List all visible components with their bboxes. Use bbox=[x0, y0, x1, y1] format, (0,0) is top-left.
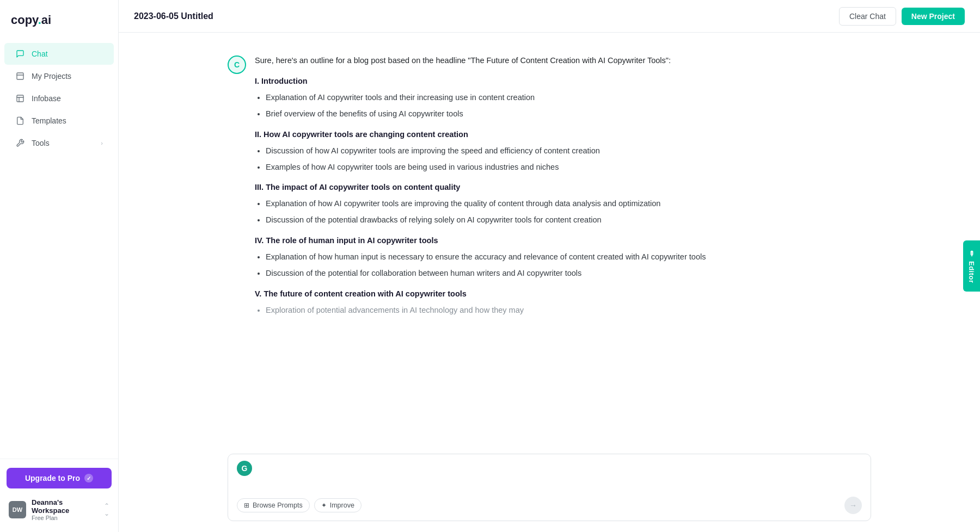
input-box: G ⊞ Browse Prompts ✦ Improve → bbox=[228, 454, 871, 521]
infobase-icon bbox=[15, 94, 25, 103]
sidebar-item-templates[interactable]: Templates bbox=[4, 110, 114, 132]
avatar: DW bbox=[9, 501, 26, 518]
project-title: 2023-06-05 Untitled bbox=[134, 11, 213, 21]
svg-rect-0 bbox=[17, 73, 23, 79]
ai-avatar: C bbox=[228, 55, 246, 74]
section-5-bullets: Exploration of potential advancements in… bbox=[255, 304, 871, 317]
sidebar-item-tools[interactable]: Tools › bbox=[4, 132, 114, 154]
clear-chat-button[interactable]: Clear Chat bbox=[839, 7, 896, 26]
list-item: Explanation of how AI copywriter tools a… bbox=[266, 197, 871, 211]
svg-rect-2 bbox=[17, 95, 23, 102]
input-area: G ⊞ Browse Prompts ✦ Improve → bbox=[119, 446, 980, 532]
chat-area: C Sure, here's an outline for a blog pos… bbox=[119, 33, 980, 446]
sidebar-item-label: Infobase bbox=[32, 94, 61, 103]
chevron-right-icon: › bbox=[101, 140, 103, 146]
sidebar-item-my-projects[interactable]: My Projects bbox=[4, 65, 114, 87]
user-details: Deanna's Workspace Free Plan bbox=[32, 498, 99, 521]
app-logo: copy.ai bbox=[11, 13, 51, 27]
section-heading-3: III. The impact of AI copywriter tools o… bbox=[255, 181, 871, 194]
sidebar-item-chat[interactable]: Chat bbox=[4, 43, 114, 65]
upgrade-button[interactable]: Upgrade to Pro ✓ bbox=[7, 468, 112, 488]
improve-label: Improve bbox=[330, 502, 354, 509]
pencil-icon: ✏ bbox=[967, 249, 976, 257]
user-plan: Free Plan bbox=[32, 515, 99, 521]
sidebar-item-infobase[interactable]: Infobase bbox=[4, 88, 114, 109]
templates-icon bbox=[15, 116, 25, 126]
ai-message: C Sure, here's an outline for a blog pos… bbox=[228, 54, 871, 323]
list-item: Brief overview of the benefits of using … bbox=[266, 108, 871, 121]
browse-prompts-button[interactable]: ⊞ Browse Prompts bbox=[237, 498, 310, 512]
input-top: G bbox=[237, 461, 862, 476]
chat-input[interactable] bbox=[237, 481, 862, 494]
section-heading-5: V. The future of content creation with A… bbox=[255, 288, 871, 301]
logo-area: copy.ai bbox=[0, 0, 118, 38]
browse-prompts-label: Browse Prompts bbox=[253, 502, 303, 509]
topbar: 2023-06-05 Untitled Clear Chat New Proje… bbox=[119, 0, 980, 33]
editor-tab[interactable]: ✏ Editor bbox=[963, 240, 980, 292]
grid-icon: ⊞ bbox=[244, 502, 249, 509]
list-item: Discussion of the potential for collabor… bbox=[266, 267, 871, 280]
message-content: Sure, here's an outline for a blog post … bbox=[255, 54, 871, 323]
sidebar-bottom: Upgrade to Pro ✓ DW Deanna's Workspace F… bbox=[0, 459, 118, 532]
sidebar-nav: Chat My Projects Infobase Templates Tool… bbox=[0, 38, 118, 459]
section-1-bullets: Explanation of AI copywriter tools and t… bbox=[255, 91, 871, 121]
user-name: Deanna's Workspace bbox=[32, 498, 99, 515]
topbar-actions: Clear Chat New Project bbox=[839, 7, 965, 26]
check-icon: ✓ bbox=[84, 474, 93, 482]
list-item: Explanation of AI copywriter tools and t… bbox=[266, 91, 871, 104]
sidebar-item-label: Chat bbox=[32, 50, 48, 58]
tools-icon bbox=[15, 138, 25, 148]
chat-icon bbox=[15, 49, 25, 59]
chevron-up-down-icon: ⌃⌄ bbox=[104, 502, 109, 517]
list-item: Discussion of how AI copywriter tools ar… bbox=[266, 145, 871, 158]
section-heading-4: IV. The role of human input in AI copywr… bbox=[255, 234, 871, 248]
send-icon: → bbox=[849, 501, 857, 510]
user-info[interactable]: DW Deanna's Workspace Free Plan ⌃⌄ bbox=[7, 496, 112, 523]
projects-icon bbox=[15, 71, 25, 81]
main-content: 2023-06-05 Untitled Clear Chat New Proje… bbox=[119, 0, 980, 532]
logo-ai: ai bbox=[41, 13, 51, 27]
new-project-button[interactable]: New Project bbox=[902, 8, 965, 25]
section-heading-2: II. How AI copywriter tools are changing… bbox=[255, 128, 871, 141]
sidebar-item-label: Templates bbox=[32, 116, 66, 125]
message-intro: Sure, here's an outline for a blog post … bbox=[255, 54, 871, 67]
editor-label: Editor bbox=[967, 261, 976, 283]
sidebar-item-label: My Projects bbox=[32, 72, 71, 81]
input-bottom: ⊞ Browse Prompts ✦ Improve → bbox=[237, 497, 862, 514]
list-item: Discussion of the potential drawbacks of… bbox=[266, 214, 871, 227]
sidebar: copy.ai Chat My Projects Infobase Tem bbox=[0, 0, 119, 532]
sparkle-icon: ✦ bbox=[321, 502, 327, 509]
sidebar-item-label: Tools bbox=[32, 139, 50, 147]
list-item: Explanation of how human input is necess… bbox=[266, 251, 871, 264]
logo-prefix: copy bbox=[11, 13, 38, 27]
section-heading-1: I. Introduction bbox=[255, 75, 871, 88]
improve-button[interactable]: ✦ Improve bbox=[314, 498, 362, 512]
list-item: Examples of how AI copywriter tools are … bbox=[266, 161, 871, 174]
send-button[interactable]: → bbox=[844, 497, 862, 514]
section-4-bullets: Explanation of how human input is necess… bbox=[255, 251, 871, 280]
upgrade-label: Upgrade to Pro bbox=[25, 474, 80, 482]
section-3-bullets: Explanation of how AI copywriter tools a… bbox=[255, 197, 871, 227]
grammarly-icon: G bbox=[237, 461, 252, 476]
list-item: Exploration of potential advancements in… bbox=[266, 304, 871, 317]
section-2-bullets: Discussion of how AI copywriter tools ar… bbox=[255, 145, 871, 174]
input-actions: ⊞ Browse Prompts ✦ Improve bbox=[237, 498, 362, 512]
